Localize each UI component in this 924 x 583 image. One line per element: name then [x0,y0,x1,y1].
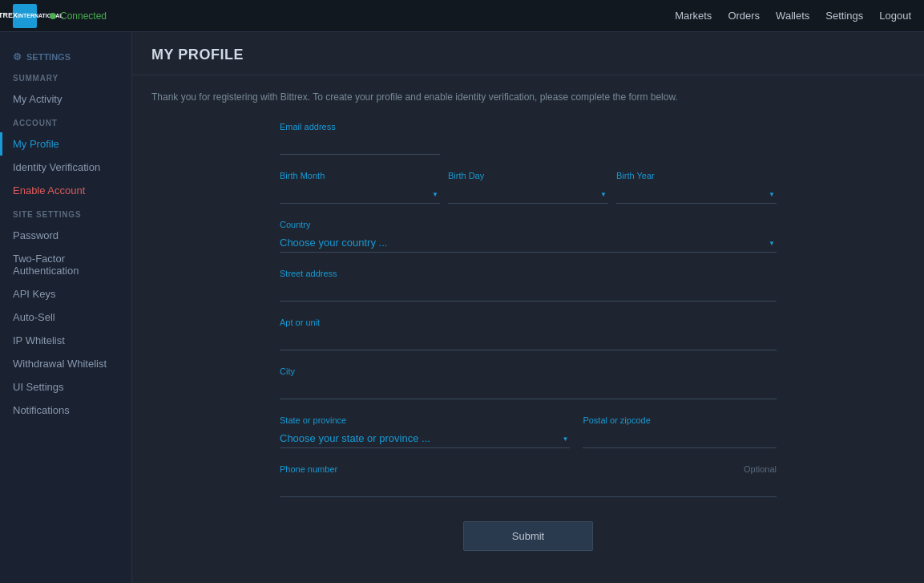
nav-logout[interactable]: Logout [879,10,911,22]
nav-settings[interactable]: Settings [825,10,863,22]
sidebar-title-label: SETTINGS [26,52,71,62]
optional-hint: Optional [744,464,777,474]
sidebar-section-site-settings: SITE SETTINGS [0,202,131,224]
main-body: Thank you for registering with Bittrex. … [132,75,924,567]
birth-year-group: Birth Year for(let i=2005;i>=1920;i--) d… [616,171,777,204]
sidebar-item-ui-settings[interactable]: UI Settings [0,375,131,399]
nav-right: Markets Orders Wallets Settings Logout [675,10,911,22]
birth-month-label: Birth Month [280,171,440,180]
gear-icon: ⚙ [13,51,22,63]
sidebar-item-two-factor-auth[interactable]: Two-Factor Authentication [0,247,131,282]
nav-markets[interactable]: Markets [675,10,712,22]
page-title: MY PROFILE [151,47,905,63]
apt-input[interactable] [280,331,777,350]
connection-status: Connected [50,10,107,22]
sidebar-section-account: ACCOUNT [0,111,131,132]
sidebar-item-notifications[interactable]: Notifications [0,399,131,422]
sidebar-item-withdrawal-whitelist[interactable]: Withdrawal Whitelist [0,352,131,375]
country-label: Country [280,220,777,229]
city-input[interactable] [280,380,777,399]
apt-label: Apt or unit [280,318,777,327]
sidebar-item-password[interactable]: Password [0,224,131,247]
phone-label: Phone number Optional [280,464,777,474]
sidebar-settings-title: ⚙ SETTINGS [0,45,131,66]
birth-row: Birth Month JanuaryFebruaryMarch AprilMa… [280,171,777,220]
country-select-wrapper: Choose your country ... [280,233,777,253]
state-select[interactable]: Choose your state or province ... [280,429,570,448]
profile-form: Email address Birth Month JanuaryFebruar… [280,122,777,551]
state-select-wrapper: Choose your state or province ... [280,429,570,448]
state-postal-row: State or province Choose your state or p… [280,415,777,464]
postal-input[interactable] [583,429,777,448]
logo-text: BITTREX [0,12,18,20]
sidebar-item-api-keys[interactable]: API Keys [0,282,131,306]
sidebar-item-my-profile[interactable]: My Profile [0,132,131,156]
connection-dot [50,13,56,19]
birth-day-select-wrapper: for(let i=1;i<=31;i++) document.write(`<… [448,184,608,204]
nav-left: BITTREX INTERNATIONAL Connected [13,4,107,28]
connection-label: Connected [60,10,107,22]
nav-wallets[interactable]: Wallets [776,10,809,22]
email-label: Email address [280,122,777,132]
phone-input[interactable] [280,478,777,497]
sidebar-item-identity-verification[interactable]: Identity Verification [0,156,131,179]
submit-button[interactable]: Submit [463,521,593,551]
birth-day-group: Birth Day for(let i=1;i<=31;i++) documen… [448,171,608,204]
sidebar-item-ip-whitelist[interactable]: IP Whitelist [0,329,131,352]
street-label: Street address [280,269,777,278]
street-group: Street address [280,269,777,302]
birth-year-select[interactable]: for(let i=2005;i>=1920;i--) document.wri… [616,184,777,204]
sidebar-section-summary: SUMMARY [0,66,131,87]
street-input[interactable] [280,282,777,302]
nav-orders[interactable]: Orders [728,10,760,22]
email-group: Email address [280,122,777,155]
phone-group: Phone number Optional [280,464,777,497]
postal-group: Postal or zipcode [583,415,777,448]
birth-day-select[interactable]: for(let i=1;i<=31;i++) document.write(`<… [448,184,608,204]
city-label: City [280,366,777,376]
state-label: State or province [280,415,570,425]
birth-year-select-wrapper: for(let i=2005;i>=1920;i--) document.wri… [616,184,777,204]
page-header: MY PROFILE [132,32,924,75]
main-content: MY PROFILE Thank you for registering wit… [132,32,924,583]
city-group: City [280,366,777,399]
country-select[interactable]: Choose your country ... [280,233,777,253]
apt-group: Apt or unit [280,318,777,350]
sidebar: ⚙ SETTINGS SUMMARY My Activity ACCOUNT M… [0,32,132,583]
logo-box: BITTREX INTERNATIONAL [13,4,37,28]
birth-month-select[interactable]: JanuaryFebruaryMarch AprilMayJune JulyAu… [280,184,440,204]
state-group: State or province Choose your state or p… [280,415,570,448]
top-navigation: BITTREX INTERNATIONAL Connected Markets … [0,0,924,32]
intro-text: Thank you for registering with Bittrex. … [151,91,712,103]
birth-day-label: Birth Day [448,171,608,180]
sidebar-item-enable-account[interactable]: Enable Account [0,179,131,202]
layout: ⚙ SETTINGS SUMMARY My Activity ACCOUNT M… [0,32,924,583]
sidebar-item-auto-sell[interactable]: Auto-Sell [0,306,131,329]
birth-month-select-wrapper: JanuaryFebruaryMarch AprilMayJune JulyAu… [280,184,440,204]
logo: BITTREX INTERNATIONAL [13,4,37,28]
sidebar-item-my-activity[interactable]: My Activity [0,87,131,111]
postal-label: Postal or zipcode [583,415,777,425]
country-group: Country Choose your country ... [280,220,777,253]
birth-year-label: Birth Year [616,171,777,180]
email-input[interactable] [280,136,440,155]
birth-month-group: Birth Month JanuaryFebruaryMarch AprilMa… [280,171,440,204]
